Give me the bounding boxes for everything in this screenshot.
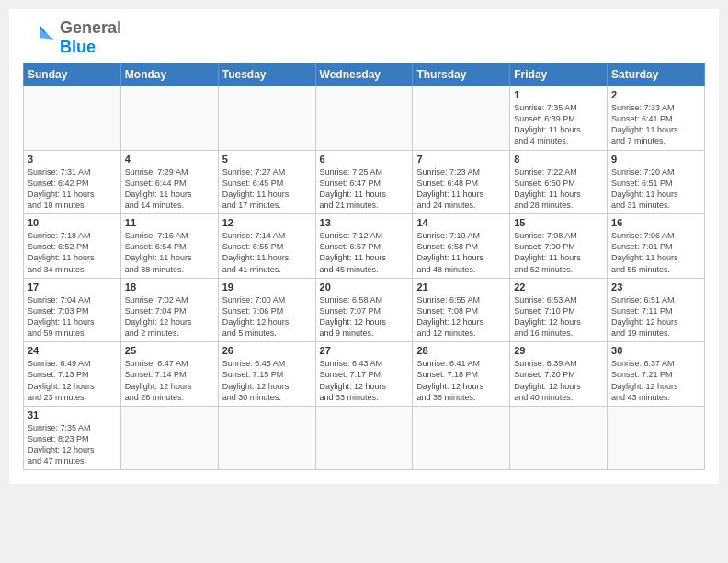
day-number: 17 bbox=[28, 282, 117, 293]
day-number: 15 bbox=[514, 217, 603, 228]
day-info: Sunrise: 7:12 AM Sunset: 6:57 PM Dayligh… bbox=[320, 230, 409, 275]
calendar-cell bbox=[315, 406, 413, 470]
day-info: Sunrise: 7:25 AM Sunset: 6:47 PM Dayligh… bbox=[320, 167, 409, 212]
calendar-page: GeneralBlue SundayMondayTuesdayWednesday… bbox=[9, 9, 719, 484]
logo: GeneralBlue bbox=[23, 18, 121, 57]
calendar-week-4: 17Sunrise: 7:04 AM Sunset: 7:03 PM Dayli… bbox=[24, 278, 705, 342]
day-header-friday: Friday bbox=[510, 63, 608, 86]
day-info: Sunrise: 7:16 AM Sunset: 6:54 PM Dayligh… bbox=[125, 230, 214, 275]
calendar-cell: 24Sunrise: 6:49 AM Sunset: 7:13 PM Dayli… bbox=[24, 342, 121, 407]
calendar-cell: 8Sunrise: 7:22 AM Sunset: 6:50 PM Daylig… bbox=[510, 150, 608, 214]
calendar-cell: 25Sunrise: 6:47 AM Sunset: 7:14 PM Dayli… bbox=[120, 342, 218, 407]
calendar-header-row: SundayMondayTuesdayWednesdayThursdayFrid… bbox=[24, 63, 705, 86]
day-number: 30 bbox=[611, 345, 700, 356]
calendar-cell: 14Sunrise: 7:10 AM Sunset: 6:58 PM Dayli… bbox=[413, 214, 510, 279]
day-info: Sunrise: 7:29 AM Sunset: 6:44 PM Dayligh… bbox=[125, 167, 214, 212]
day-header-saturday: Saturday bbox=[608, 63, 705, 86]
day-info: Sunrise: 6:51 AM Sunset: 7:11 PM Dayligh… bbox=[611, 294, 700, 339]
day-info: Sunrise: 7:23 AM Sunset: 6:48 PM Dayligh… bbox=[416, 167, 506, 212]
day-info: Sunrise: 7:27 AM Sunset: 6:45 PM Dayligh… bbox=[222, 167, 312, 212]
calendar-cell: 9Sunrise: 7:20 AM Sunset: 6:51 PM Daylig… bbox=[608, 150, 705, 214]
day-number: 27 bbox=[320, 345, 409, 356]
day-info: Sunrise: 6:41 AM Sunset: 7:18 PM Dayligh… bbox=[416, 358, 506, 403]
day-number: 22 bbox=[514, 282, 603, 293]
calendar-cell: 19Sunrise: 7:00 AM Sunset: 7:06 PM Dayli… bbox=[218, 278, 315, 342]
day-number: 2 bbox=[611, 89, 700, 100]
day-number: 9 bbox=[611, 154, 700, 165]
calendar-cell: 5Sunrise: 7:27 AM Sunset: 6:45 PM Daylig… bbox=[218, 150, 315, 214]
calendar-week-2: 3Sunrise: 7:31 AM Sunset: 6:42 PM Daylig… bbox=[24, 150, 705, 214]
day-number: 10 bbox=[28, 217, 117, 228]
day-number: 29 bbox=[514, 345, 603, 356]
calendar-cell bbox=[120, 86, 218, 151]
day-number: 14 bbox=[416, 217, 506, 228]
day-number: 18 bbox=[125, 282, 214, 293]
calendar-cell: 26Sunrise: 6:45 AM Sunset: 7:15 PM Dayli… bbox=[218, 342, 315, 407]
calendar-cell bbox=[24, 86, 121, 151]
calendar-cell: 4Sunrise: 7:29 AM Sunset: 6:44 PM Daylig… bbox=[120, 150, 218, 214]
day-header-sunday: Sunday bbox=[24, 63, 121, 86]
day-info: Sunrise: 7:33 AM Sunset: 6:41 PM Dayligh… bbox=[611, 102, 700, 147]
day-number: 26 bbox=[222, 345, 312, 356]
day-info: Sunrise: 7:10 AM Sunset: 6:58 PM Dayligh… bbox=[416, 230, 506, 275]
day-number: 1 bbox=[514, 89, 603, 100]
day-info: Sunrise: 7:02 AM Sunset: 7:04 PM Dayligh… bbox=[125, 294, 214, 339]
day-info: Sunrise: 7:18 AM Sunset: 6:52 PM Dayligh… bbox=[28, 230, 117, 275]
calendar-cell: 31Sunrise: 7:35 AM Sunset: 8:23 PM Dayli… bbox=[24, 406, 121, 470]
day-info: Sunrise: 6:43 AM Sunset: 7:17 PM Dayligh… bbox=[320, 358, 409, 403]
day-number: 3 bbox=[28, 154, 117, 165]
calendar-week-6: 31Sunrise: 7:35 AM Sunset: 8:23 PM Dayli… bbox=[24, 406, 705, 470]
day-number: 28 bbox=[416, 345, 506, 356]
day-number: 24 bbox=[28, 345, 117, 356]
calendar-cell: 3Sunrise: 7:31 AM Sunset: 6:42 PM Daylig… bbox=[24, 150, 121, 214]
calendar-cell: 22Sunrise: 6:53 AM Sunset: 7:10 PM Dayli… bbox=[510, 278, 608, 342]
day-number: 12 bbox=[222, 217, 312, 228]
day-info: Sunrise: 7:08 AM Sunset: 7:00 PM Dayligh… bbox=[514, 230, 603, 275]
calendar-cell: 23Sunrise: 6:51 AM Sunset: 7:11 PM Dayli… bbox=[608, 278, 705, 342]
calendar-cell: 7Sunrise: 7:23 AM Sunset: 6:48 PM Daylig… bbox=[413, 150, 510, 214]
day-number: 6 bbox=[320, 154, 409, 165]
calendar-cell: 11Sunrise: 7:16 AM Sunset: 6:54 PM Dayli… bbox=[120, 214, 218, 279]
calendar-cell: 13Sunrise: 7:12 AM Sunset: 6:57 PM Dayli… bbox=[315, 214, 413, 279]
calendar-cell: 16Sunrise: 7:06 AM Sunset: 7:01 PM Dayli… bbox=[608, 214, 705, 279]
day-header-tuesday: Tuesday bbox=[218, 63, 315, 86]
day-info: Sunrise: 7:14 AM Sunset: 6:55 PM Dayligh… bbox=[222, 230, 312, 275]
day-info: Sunrise: 6:37 AM Sunset: 7:21 PM Dayligh… bbox=[611, 358, 700, 403]
day-number: 7 bbox=[416, 154, 506, 165]
day-info: Sunrise: 7:22 AM Sunset: 6:50 PM Dayligh… bbox=[514, 167, 603, 212]
calendar-cell: 1Sunrise: 7:35 AM Sunset: 6:39 PM Daylig… bbox=[510, 86, 608, 151]
day-info: Sunrise: 6:47 AM Sunset: 7:14 PM Dayligh… bbox=[125, 358, 214, 403]
calendar-cell: 28Sunrise: 6:41 AM Sunset: 7:18 PM Dayli… bbox=[413, 342, 510, 407]
day-header-wednesday: Wednesday bbox=[315, 63, 413, 86]
calendar-cell: 18Sunrise: 7:02 AM Sunset: 7:04 PM Dayli… bbox=[120, 278, 218, 342]
day-number: 19 bbox=[222, 282, 312, 293]
day-number: 21 bbox=[416, 282, 506, 293]
calendar-table: SundayMondayTuesdayWednesdayThursdayFrid… bbox=[23, 63, 705, 470]
calendar-cell: 6Sunrise: 7:25 AM Sunset: 6:47 PM Daylig… bbox=[315, 150, 413, 214]
day-info: Sunrise: 7:35 AM Sunset: 8:23 PM Dayligh… bbox=[28, 422, 117, 467]
day-number: 23 bbox=[611, 282, 700, 293]
calendar-cell: 20Sunrise: 6:58 AM Sunset: 7:07 PM Dayli… bbox=[315, 278, 413, 342]
calendar-cell bbox=[413, 406, 510, 470]
calendar-cell: 29Sunrise: 6:39 AM Sunset: 7:20 PM Dayli… bbox=[510, 342, 608, 407]
calendar-week-1: 1Sunrise: 7:35 AM Sunset: 6:39 PM Daylig… bbox=[24, 86, 705, 151]
day-header-thursday: Thursday bbox=[413, 63, 510, 86]
day-info: Sunrise: 6:55 AM Sunset: 7:08 PM Dayligh… bbox=[416, 294, 506, 339]
calendar-cell: 10Sunrise: 7:18 AM Sunset: 6:52 PM Dayli… bbox=[24, 214, 121, 279]
calendar-cell bbox=[218, 406, 315, 470]
calendar-cell: 17Sunrise: 7:04 AM Sunset: 7:03 PM Dayli… bbox=[24, 278, 121, 342]
calendar-week-3: 10Sunrise: 7:18 AM Sunset: 6:52 PM Dayli… bbox=[24, 214, 705, 279]
day-info: Sunrise: 7:04 AM Sunset: 7:03 PM Dayligh… bbox=[28, 294, 117, 339]
calendar-cell bbox=[510, 406, 608, 470]
day-info: Sunrise: 7:35 AM Sunset: 6:39 PM Dayligh… bbox=[514, 102, 603, 147]
general-blue-logo-icon bbox=[23, 21, 56, 54]
day-info: Sunrise: 6:53 AM Sunset: 7:10 PM Dayligh… bbox=[514, 294, 603, 339]
day-info: Sunrise: 7:06 AM Sunset: 7:01 PM Dayligh… bbox=[611, 230, 700, 275]
day-info: Sunrise: 6:58 AM Sunset: 7:07 PM Dayligh… bbox=[320, 294, 409, 339]
day-number: 16 bbox=[611, 217, 700, 228]
day-number: 4 bbox=[125, 154, 214, 165]
calendar-cell bbox=[413, 86, 510, 151]
calendar-cell bbox=[218, 86, 315, 151]
calendar-cell: 21Sunrise: 6:55 AM Sunset: 7:08 PM Dayli… bbox=[413, 278, 510, 342]
calendar-cell: 12Sunrise: 7:14 AM Sunset: 6:55 PM Dayli… bbox=[218, 214, 315, 279]
